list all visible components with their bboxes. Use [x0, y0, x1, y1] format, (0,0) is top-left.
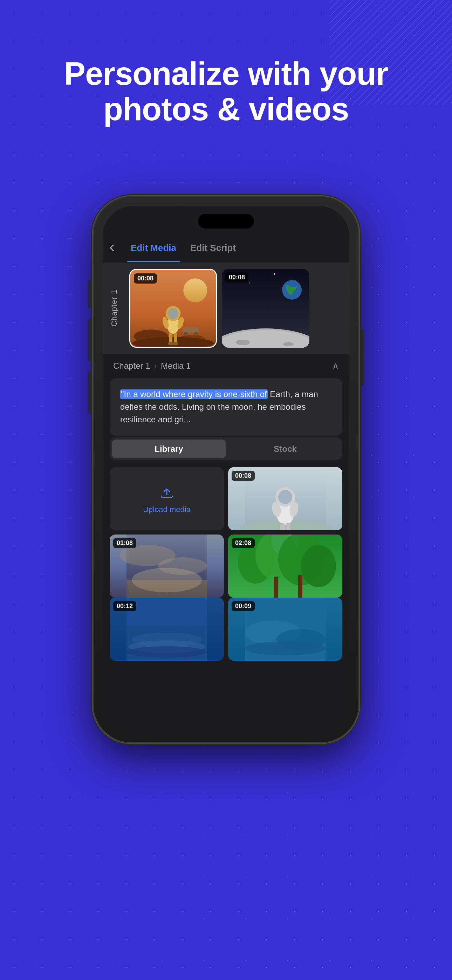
hero-title: Personalize with your photos & videos	[28, 56, 424, 127]
svg-point-1	[183, 278, 207, 302]
svg-point-52	[126, 646, 207, 657]
media-item-ocean[interactable]: 00:12	[110, 598, 224, 661]
phone-button-vol-down	[88, 372, 91, 414]
back-button[interactable]	[103, 234, 124, 262]
phone-button-vol-up	[88, 319, 91, 361]
svg-point-57	[245, 641, 326, 655]
time-badge-astronaut: 00:08	[232, 471, 255, 481]
media-thumb-2[interactable]: 00:08	[222, 269, 309, 348]
dynamic-island	[198, 214, 254, 229]
upload-media-button[interactable]: Upload media	[110, 467, 224, 530]
svg-rect-34	[280, 523, 285, 530]
media-item-water[interactable]: 00:09	[228, 598, 342, 661]
time-badge-water: 00:09	[232, 601, 255, 611]
media-item-astronaut[interactable]: 00:08	[228, 467, 342, 530]
time-badge-1: 00:08	[134, 274, 157, 283]
phone-button-power	[361, 329, 364, 385]
script-highlighted: "In a world where gravity is one-sixth o…	[120, 390, 268, 399]
library-tab[interactable]: Library	[112, 439, 226, 458]
time-badge-forest: 02:08	[232, 538, 255, 548]
phone-mockup: Edit Media Edit Script Chapter 1	[93, 196, 359, 980]
time-badge-2: 00:08	[225, 272, 248, 283]
time-badge-ocean: 00:12	[113, 601, 136, 611]
svg-rect-35	[286, 523, 290, 530]
screen-content: Edit Media Edit Script Chapter 1	[103, 206, 349, 733]
phone-screen: Edit Media Edit Script Chapter 1	[103, 206, 349, 733]
media-item-forest[interactable]: 02:08	[228, 535, 342, 598]
media-item-desert[interactable]: 01:08	[110, 535, 224, 598]
svg-point-46	[301, 545, 336, 587]
time-badge-desert: 01:08	[113, 538, 136, 548]
media-grid-row2: 00:12 00:09	[110, 598, 342, 661]
svg-point-7	[167, 308, 178, 319]
tab-bar: Edit Media Edit Script	[124, 234, 349, 262]
svg-point-24	[236, 340, 250, 345]
hero-section: Personalize with your photos & videos	[0, 56, 452, 127]
media-grid: Upload media	[110, 467, 342, 598]
svg-point-12	[168, 342, 173, 345]
svg-point-13	[173, 342, 178, 345]
upload-label: Upload media	[143, 505, 191, 514]
breadcrumb-separator: ›	[154, 362, 157, 370]
chapter-label: Chapter 1	[103, 290, 126, 327]
svg-point-25	[283, 342, 294, 346]
breadcrumb-bar: Chapter 1 › Media 1 ∧	[103, 354, 349, 378]
svg-rect-47	[274, 577, 278, 598]
svg-rect-53	[126, 598, 207, 626]
top-nav: Edit Media Edit Script	[103, 234, 349, 262]
upload-icon	[158, 483, 175, 501]
svg-point-20	[274, 274, 275, 275]
breadcrumb-chapter: Chapter 1	[113, 361, 150, 371]
chapter-scroll-area: Chapter 1	[103, 262, 349, 354]
library-stock-tabs: Library Stock	[110, 438, 342, 460]
phone-body: Edit Media Edit Script Chapter 1	[93, 196, 359, 743]
svg-rect-48	[298, 575, 302, 598]
back-arrow-icon	[110, 244, 117, 251]
svg-point-15	[184, 332, 188, 336]
tab-edit-script[interactable]: Edit Script	[183, 234, 243, 262]
svg-rect-10	[169, 332, 172, 343]
media-strip: 00:08	[126, 264, 349, 353]
phone-button-mute	[88, 280, 91, 309]
svg-rect-11	[174, 332, 177, 343]
breadcrumb-media: Media 1	[161, 361, 191, 371]
media-thumb-1[interactable]: 00:08	[129, 269, 217, 348]
svg-point-19	[250, 282, 250, 283]
collapse-icon[interactable]: ∧	[332, 360, 339, 371]
svg-point-31	[278, 490, 292, 504]
stock-tab[interactable]: Stock	[228, 438, 342, 460]
script-text: "In a world where gravity is one-sixth o…	[120, 388, 332, 426]
svg-rect-40	[126, 580, 207, 598]
script-block: "In a world where gravity is one-sixth o…	[110, 378, 342, 436]
tab-edit-media[interactable]: Edit Media	[124, 234, 183, 262]
svg-point-16	[194, 332, 198, 336]
